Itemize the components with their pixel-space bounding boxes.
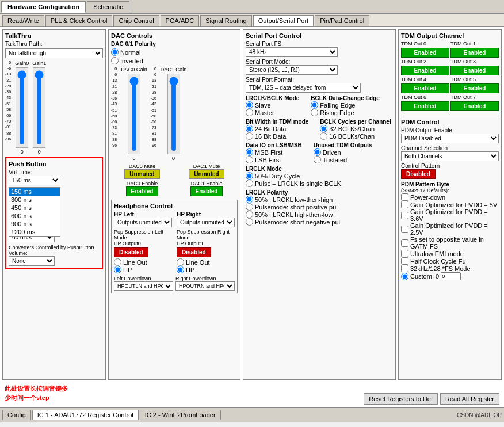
master-radio[interactable]	[246, 109, 253, 116]
pop-right-disabled-btn[interactable]: Disabled	[177, 247, 211, 257]
tdm-out4-btn[interactable]: Enabled	[401, 83, 449, 93]
driven-radio[interactable]	[314, 148, 321, 156]
tab-signal-routing[interactable]: Signal Routing	[200, 15, 252, 26]
dropdown-option-600[interactable]: 600 ms	[9, 212, 60, 220]
dac1-mute-button[interactable]: Unmuted	[189, 169, 224, 179]
pol2-label: Pulsemode: short positive pul	[255, 204, 338, 211]
tab-pin-pad[interactable]: Pin/Pad Control	[315, 15, 369, 26]
dac0-gain-col: DAC0 Gain 0	[121, 67, 147, 161]
window-tabs: Hardware Configuration Schematic	[0, 0, 504, 14]
duty50-radio[interactable]	[246, 172, 253, 180]
pdm-opt5-check[interactable]	[401, 250, 408, 257]
tdm-output-section: TDM Output Channel TDM Out 0 TDM Out 1 E…	[401, 32, 499, 111]
gain0-column: Gain0 0	[15, 60, 29, 155]
falling-edge-label: Falling Edge	[320, 102, 355, 109]
bottom-tab-config[interactable]: Config	[2, 410, 31, 420]
conv-ctrl-select[interactable]: None	[9, 256, 55, 266]
tdm-out7-label: TDM Out 7	[450, 94, 499, 100]
pdm-opt4-check[interactable]	[401, 239, 408, 247]
polarity-normal-radio[interactable]	[111, 48, 119, 56]
tdm-out7-btn[interactable]: Enabled	[450, 101, 499, 111]
gain0-slider[interactable]	[16, 70, 28, 145]
bottom-tab-ic2[interactable]: IC 2 - WinE2PromLoader	[140, 410, 221, 420]
tab-pga-adc[interactable]: PGA/ADC	[161, 15, 200, 26]
dac0-slider-container	[128, 74, 140, 154]
bit16-radio[interactable]	[246, 132, 253, 140]
read-all-button[interactable]: Read All Register	[440, 393, 499, 405]
lsb-first-radio[interactable]	[246, 156, 253, 163]
pdm-opt3-check[interactable]	[401, 226, 408, 233]
format-select[interactable]: TDM, I2S – data delayed from	[246, 83, 361, 93]
slave-radio[interactable]	[246, 101, 253, 109]
pdm-opt4: Fs set to opposite value in GATM FS	[401, 236, 499, 250]
bclk32-radio[interactable]	[320, 125, 327, 132]
pop-left-disabled-btn[interactable]: Disabled	[114, 247, 148, 257]
tdm-out5-btn[interactable]: Enabled	[450, 83, 499, 93]
pdm-opt2-check[interactable]	[401, 212, 408, 219]
pdm-opt0-check[interactable]	[401, 193, 408, 201]
tab-pll-clock[interactable]: PLL & Clock Control	[45, 15, 113, 26]
right-powerdown-select[interactable]: HPOUTRN and HPOUTRP/LOUTR outputs enable…	[175, 281, 235, 291]
pol4-radio[interactable]	[246, 218, 253, 226]
pop-right-label: Pop Suppression Right Mode:	[177, 229, 235, 241]
pdm-output-select[interactable]: PDM Disabled	[401, 134, 499, 143]
pdm-opt1-check[interactable]	[401, 201, 408, 208]
tdm-out3-btn[interactable]: Enabled	[450, 66, 499, 75]
pol1-radio[interactable]	[246, 196, 253, 203]
dac1-enable-button[interactable]: Enabled	[190, 186, 223, 196]
vol-time-select[interactable]: 150 ms 300 ms 450 ms 600 ms 900 ms 1200 …	[9, 176, 60, 185]
pdm-custom-input[interactable]	[441, 272, 461, 280]
left-powerdown-select[interactable]: HPOUTLN and HPOUTLP/LOUTL outputs enable…	[114, 281, 173, 291]
tab-output-serial[interactable]: Output/Serial Port	[253, 15, 314, 26]
talkthru-path-select[interactable]: No talkthrough	[5, 48, 103, 58]
tab-chip-control[interactable]: Chip Control	[113, 15, 159, 26]
falling-edge-radio[interactable]	[311, 101, 318, 109]
reset-registers-button[interactable]: Reset Registers to Def	[364, 393, 438, 405]
dropdown-option-300[interactable]: 300 ms	[9, 196, 60, 204]
polarity-inverted-radio[interactable]	[111, 57, 119, 64]
dac0-mute-button[interactable]: Unmuted	[124, 169, 159, 179]
pdm-opt5-label: Ultralow EMI mode	[410, 250, 464, 257]
mode-select[interactable]: Stereo (I2S, LJ, RJ)	[246, 65, 338, 75]
tristated-radio[interactable]	[314, 156, 321, 163]
pdm-opt7-check[interactable]	[401, 265, 408, 272]
gain1-slider[interactable]	[33, 70, 45, 145]
bit24-radio[interactable]	[246, 125, 253, 132]
dac1-gain-slider[interactable]	[168, 77, 180, 151]
pdm-control-btn[interactable]: Disabled	[401, 169, 436, 179]
pop-left-lineout-radio[interactable]	[114, 258, 121, 266]
tab-hardware-config[interactable]: Hardware Configuration	[1, 1, 86, 13]
pop-right-lineout-radio[interactable]	[177, 258, 184, 266]
pop-right-hp-radio[interactable]	[177, 266, 184, 273]
hp-right-select[interactable]: Outputs unmuted	[177, 218, 235, 227]
dropdown-option-150[interactable]: 150 ms	[9, 188, 60, 196]
msb-first-radio[interactable]	[246, 148, 253, 156]
tdm-out1-btn[interactable]: Enabled	[450, 48, 499, 58]
hp-left-select[interactable]: Outputs unmuted	[114, 218, 172, 227]
pdm-opt8-radio[interactable]	[401, 273, 408, 280]
pol3-radio[interactable]	[246, 211, 253, 218]
pol2-radio[interactable]	[246, 203, 253, 211]
dac0-enable-button[interactable]: Enabled	[126, 186, 159, 196]
tab-schematic[interactable]: Schematic	[87, 1, 129, 13]
dropdown-option-900[interactable]: 900 ms	[9, 220, 60, 228]
annotation-line1: 此处设置长按调音键多	[5, 384, 68, 393]
tdm-out2-btn[interactable]: Enabled	[401, 66, 449, 75]
tdm-out6-btn[interactable]: Enabled	[401, 101, 449, 111]
dropdown-option-450[interactable]: 450 ms	[9, 204, 60, 212]
tdm-out0-btn[interactable]: Enabled	[401, 48, 449, 58]
pop-left-hp-radio[interactable]	[114, 266, 121, 273]
powerdown-row: Left Powerdown HPOUTLN and HPOUTLP/LOUTL…	[114, 276, 235, 291]
bottom-tab-ic1[interactable]: IC 1 - ADAU1772 Register Control	[32, 410, 139, 420]
pulse-radio[interactable]	[246, 180, 253, 187]
duty50-item: 50% Duty Cycle	[246, 172, 393, 180]
rising-edge-radio[interactable]	[311, 109, 318, 116]
bclk16-radio[interactable]	[320, 132, 327, 140]
pdm-opt5: Ultralow EMI mode	[401, 250, 499, 257]
dropdown-option-1200[interactable]: 1200 ms	[9, 228, 60, 236]
fs-select[interactable]: 48 kHz	[246, 47, 338, 57]
dac0-gain-slider[interactable]	[128, 77, 140, 151]
tab-read-write[interactable]: Read/Write	[2, 15, 44, 26]
pdm-opt6-check[interactable]	[401, 257, 408, 265]
pdm-channel-select[interactable]: Both Channels	[401, 151, 499, 161]
